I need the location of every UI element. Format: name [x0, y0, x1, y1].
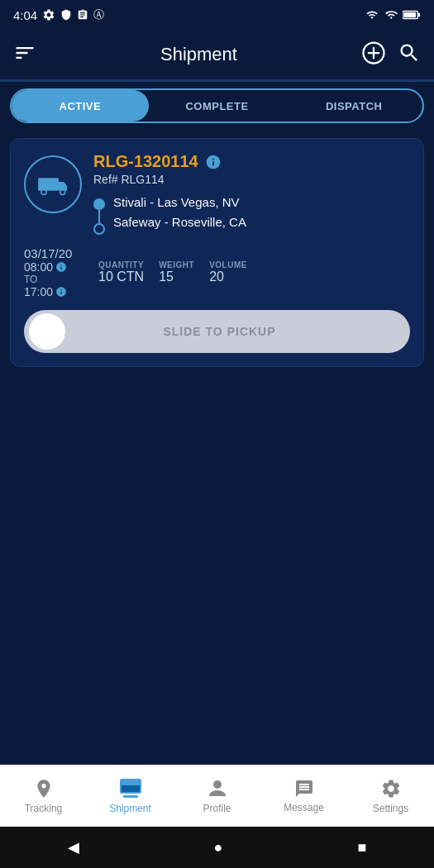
weight-stat: WEIGHT 15 — [159, 260, 194, 284]
search-icon — [398, 41, 421, 64]
tab-bar: ACTIVE COMPLETE DISPATCH — [10, 88, 424, 123]
svg-rect-2 — [417, 13, 420, 17]
card-bottom-row: 03/17/20 08:00 TO 17:00 QUANTITY 10 CTN — [24, 246, 410, 298]
route: Stivali - Las Vegas, NV Safeway - Rosevi… — [93, 194, 410, 235]
nav-item-message[interactable]: Message — [275, 779, 333, 813]
message-label: Message — [284, 802, 324, 813]
weight-value: 15 — [159, 269, 174, 284]
shipment-nav-icon — [119, 778, 142, 799]
time-from-info[interactable] — [55, 261, 67, 273]
tracking-label: Tracking — [25, 803, 63, 814]
shield-icon — [60, 8, 72, 21]
settings-nav-icon — [380, 778, 402, 799]
svg-point-8 — [61, 191, 64, 193]
filter-button[interactable] — [13, 41, 36, 68]
card-top: RLG-1320114 Ref# RLG114 Stivali - Las Ve… — [24, 152, 410, 235]
origin-label: Stivali - Las Vegas, NV — [113, 194, 246, 211]
quantity-stat: QUANTITY 10 CTN — [98, 260, 144, 284]
status-time: 4:04 — [13, 8, 37, 22]
time-to-row: 17:00 — [24, 285, 67, 298]
status-right-icons — [365, 9, 421, 21]
android-nav-bar: ◀ ● ■ — [0, 827, 434, 868]
dest-label: Safeway - Roseville, CA — [113, 214, 246, 231]
add-button[interactable] — [361, 41, 386, 69]
filter-icon — [13, 41, 36, 64]
bottom-nav: Tracking Shipment Profile Message Settin… — [0, 765, 434, 827]
message-icon — [293, 779, 315, 799]
battery-icon — [403, 10, 421, 20]
time-from-row: 08:00 — [24, 260, 67, 274]
route-line — [98, 210, 100, 223]
tab-dispatch[interactable]: DISPATCH — [285, 90, 422, 122]
slide-section: SLIDE TO PICKUP — [24, 310, 410, 353]
search-button[interactable] — [398, 41, 421, 68]
profile-label: Profile — [203, 803, 231, 814]
shipment-card: RLG-1320114 Ref# RLG114 Stivali - Las Ve… — [10, 138, 424, 367]
header-actions — [361, 41, 421, 69]
app-header: Shipment — [0, 30, 434, 79]
shipment-stats: QUANTITY 10 CTN WEIGHT 15 VOLUME 20 — [98, 260, 410, 284]
slide-to-pickup-button[interactable]: SLIDE TO PICKUP — [24, 310, 410, 353]
time-to: 17:00 — [24, 285, 53, 298]
shipment-id-text: RLG-1320114 — [93, 152, 198, 171]
card-info: RLG-1320114 Ref# RLG114 Stivali - Las Ve… — [93, 152, 410, 235]
date-value: 03/17/20 — [24, 246, 72, 260]
time-from: 08:00 — [24, 260, 53, 274]
svg-point-6 — [43, 191, 45, 193]
info-icon[interactable] — [205, 154, 222, 170]
settings-label: Settings — [373, 803, 408, 814]
nav-item-profile[interactable]: Profile — [188, 778, 246, 814]
signal-icon — [384, 9, 398, 21]
tracking-icon — [33, 778, 55, 799]
route-labels: Stivali - Las Vegas, NV Safeway - Rosevi… — [113, 194, 246, 230]
tab-active[interactable]: ACTIVE — [12, 90, 149, 122]
date-time: 03/17/20 08:00 TO 17:00 — [24, 246, 90, 298]
page-title: Shipment — [160, 44, 237, 65]
volume-value: 20 — [209, 269, 224, 284]
weight-label: WEIGHT — [159, 260, 194, 269]
dest-dot — [93, 223, 105, 235]
content-area: RLG-1320114 Ref# RLG114 Stivali - Las Ve… — [0, 130, 434, 375]
slide-text: SLIDE TO PICKUP — [65, 325, 410, 338]
shipment-id-row: RLG-1320114 — [93, 152, 410, 171]
at-icon: Ⓐ — [93, 7, 104, 22]
truck-icon — [37, 173, 69, 196]
svg-point-13 — [213, 780, 222, 789]
wifi-icon — [365, 9, 379, 21]
svg-rect-12 — [123, 795, 138, 798]
quantity-label: QUANTITY — [98, 260, 144, 269]
quantity-value: 10 CTN — [98, 269, 144, 284]
svg-rect-4 — [38, 178, 59, 191]
slide-handle — [29, 313, 65, 350]
volume-label: VOLUME — [209, 260, 247, 269]
svg-rect-1 — [403, 12, 416, 17]
time-to-info[interactable] — [55, 286, 67, 298]
clipboard-icon — [77, 8, 88, 21]
nav-item-shipment[interactable]: Shipment — [102, 778, 160, 814]
ref-number: Ref# RLG114 — [93, 173, 410, 186]
home-button[interactable]: ● — [214, 839, 223, 856]
profile-icon — [207, 778, 227, 799]
recent-button[interactable]: ■ — [358, 839, 367, 856]
nav-item-tracking[interactable]: Tracking — [15, 778, 73, 814]
truck-icon-wrap — [24, 155, 82, 213]
svg-rect-11 — [122, 780, 140, 785]
back-button[interactable]: ◀ — [68, 838, 79, 856]
shipment-nav-label: Shipment — [109, 803, 151, 814]
header-divider — [0, 79, 434, 82]
add-icon — [361, 41, 386, 65]
tab-complete[interactable]: COMPLETE — [149, 90, 286, 122]
route-dots — [93, 194, 105, 235]
status-bar: 4:04 Ⓐ — [0, 0, 434, 30]
origin-dot — [93, 198, 105, 210]
volume-stat: VOLUME 20 — [209, 260, 247, 284]
settings-icon — [42, 8, 55, 21]
nav-item-settings[interactable]: Settings — [362, 778, 420, 814]
to-label: TO — [24, 274, 37, 285]
